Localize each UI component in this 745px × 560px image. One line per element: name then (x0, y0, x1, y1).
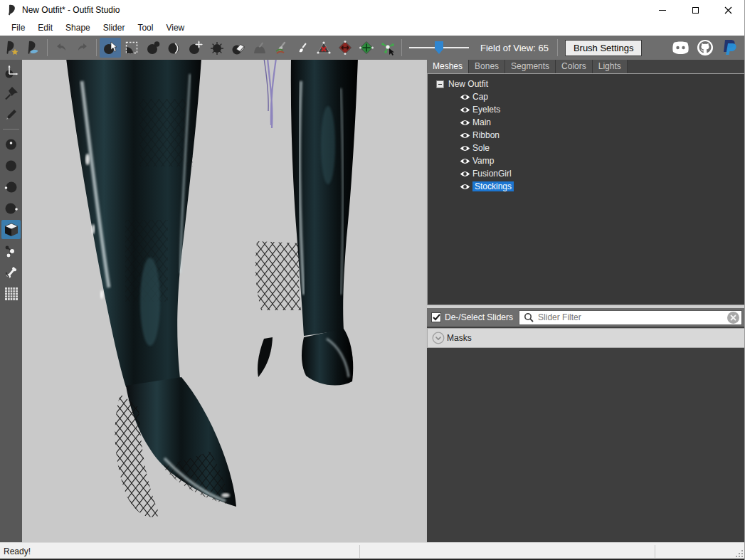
new-project-icon[interactable] (1, 38, 23, 58)
lace-strings (268, 60, 276, 128)
mesh-tab-strip: Meshes Bones Segments Colors Lights (427, 60, 745, 73)
tree-root-label[interactable]: New Outfit (448, 79, 488, 89)
collapse-expander-icon[interactable] (436, 80, 444, 88)
load-project-icon[interactable] (23, 38, 44, 58)
slider-filter-box (519, 310, 742, 325)
toolbar-separator (96, 39, 97, 56)
sidebar-separator (3, 129, 19, 130)
tree-item-sole[interactable]: Sole (436, 142, 744, 154)
undo-icon[interactable] (51, 38, 72, 58)
right-panel: Meshes Bones Segments Colors Lights New … (426, 60, 745, 542)
menu-bar: File Edit Shape Slider Tool View (0, 20, 744, 36)
redo-icon[interactable] (72, 38, 93, 58)
field-of-view-label: Field of View: 65 (480, 43, 549, 53)
selected-tree-label[interactable]: Stockings (472, 181, 514, 191)
field-of-view-slider[interactable] (409, 40, 469, 56)
visibility-eye-icon[interactable] (460, 183, 470, 191)
flip-edge-icon[interactable] (334, 38, 356, 58)
chevron-down-icon (432, 332, 445, 344)
window-title: New Outfit* - Outfit Studio (22, 5, 120, 15)
move-vertex-icon[interactable] (377, 38, 398, 58)
github-icon[interactable] (694, 38, 716, 58)
tab-meshes[interactable]: Meshes (427, 60, 469, 73)
color-brush-icon[interactable] (270, 38, 292, 58)
tab-lights[interactable]: Lights (593, 60, 628, 73)
tree-item-cap[interactable]: Cap (436, 90, 744, 103)
visibility-eye-icon[interactable] (460, 93, 470, 101)
search-icon (524, 312, 534, 322)
tree-item-vamp[interactable]: Vamp (436, 154, 744, 167)
menu-tool[interactable]: Tool (131, 21, 159, 35)
split-edge-icon[interactable] (356, 38, 377, 58)
visibility-eye-icon[interactable] (460, 157, 470, 165)
texture-grid-icon[interactable] (1, 284, 21, 303)
menu-shape[interactable]: Shape (59, 21, 97, 35)
maximize-button[interactable] (679, 0, 712, 20)
brush-plain-icon[interactable] (1, 156, 21, 175)
tree-item-stockings[interactable]: Stockings (436, 180, 744, 193)
visibility-eye-icon[interactable] (460, 132, 470, 139)
slider-filter-input[interactable] (538, 312, 727, 322)
maximize-icon (692, 7, 699, 14)
tab-bones[interactable]: Bones (469, 60, 505, 73)
tree-item-main[interactable]: Main (436, 116, 744, 129)
masks-section-header[interactable]: Masks (427, 328, 745, 348)
move-brush-icon[interactable] (185, 38, 206, 58)
clear-filter-button[interactable] (727, 312, 739, 324)
status-separator (359, 545, 360, 558)
minimize-button[interactable] (646, 0, 679, 20)
slider-thumb[interactable] (435, 41, 443, 54)
status-separator (655, 545, 655, 558)
status-message: Ready! (4, 546, 31, 556)
pen-icon[interactable] (1, 105, 21, 124)
slider-filter-row: De-/Select Sliders (427, 308, 745, 327)
tree-root-row[interactable]: New Outfit (436, 78, 744, 90)
collapse-vertex-icon[interactable] (313, 38, 334, 58)
sliders-area (427, 348, 745, 542)
mask-brush-icon[interactable] (121, 38, 142, 58)
close-button[interactable] (712, 0, 744, 20)
brush-left-dot-icon[interactable] (1, 177, 21, 196)
tree-item-eyelets[interactable]: Eyelets (436, 103, 744, 116)
menu-slider[interactable]: Slider (97, 21, 132, 35)
undiff-brush-icon[interactable] (228, 38, 249, 58)
brush-settings-button[interactable]: Brush Settings (565, 40, 643, 56)
menu-file[interactable]: File (5, 21, 31, 35)
deselect-sliders-checkbox[interactable] (431, 312, 441, 322)
deflate-brush-icon[interactable] (164, 38, 185, 58)
status-bar: Ready! (0, 542, 744, 560)
paypal-icon[interactable] (719, 38, 741, 58)
smooth-brush-icon[interactable] (206, 38, 228, 58)
weight-brush-icon[interactable] (249, 38, 270, 58)
visibility-eye-icon[interactable] (460, 170, 470, 178)
discord-icon[interactable] (670, 38, 691, 58)
side-toolbar (0, 60, 22, 542)
select-tool-icon[interactable] (100, 38, 121, 58)
close-icon (724, 6, 732, 14)
deselect-sliders-label: De-/Select Sliders (445, 312, 513, 322)
pin-vertices-icon[interactable] (1, 83, 21, 102)
tree-item-ribbon[interactable]: Ribbon (436, 129, 744, 142)
alpha-brush-icon[interactable] (292, 38, 313, 58)
left-boot (66, 60, 236, 517)
menu-edit[interactable]: Edit (31, 21, 59, 35)
viewport-3d[interactable] (22, 60, 426, 542)
tab-colors[interactable]: Colors (556, 60, 593, 73)
cube-view-icon[interactable] (1, 220, 21, 239)
transform-axes-icon[interactable] (1, 62, 21, 81)
toolbar-separator (557, 39, 558, 56)
resize-grip[interactable] (736, 550, 743, 557)
brush-center-dot-icon[interactable] (1, 134, 21, 154)
masks-label: Masks (447, 333, 472, 343)
visibility-eye-icon[interactable] (460, 106, 470, 114)
menu-view[interactable]: View (159, 21, 191, 35)
brush-right-dot-icon[interactable] (1, 199, 21, 218)
visibility-eye-icon[interactable] (460, 119, 470, 127)
tab-segments[interactable]: Segments (505, 60, 556, 73)
tree-item-fusiongirl[interactable]: FusionGirl (436, 167, 744, 180)
visibility-eye-icon[interactable] (460, 144, 470, 152)
vertex-edit-icon[interactable] (1, 241, 21, 260)
bones-icon[interactable] (1, 263, 21, 282)
inflate-brush-icon[interactable] (142, 38, 164, 58)
title-bar: New Outfit* - Outfit Studio (0, 0, 744, 20)
